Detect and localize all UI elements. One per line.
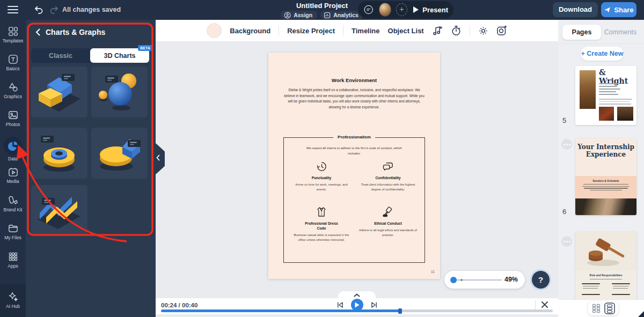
page-6-thumbnail[interactable]: Your Internship Experience Duration & Sc… [575, 138, 636, 215]
3d-donut-chart-thumbnail[interactable] [31, 128, 87, 179]
playback-progress-handle[interactable] [398, 308, 402, 314]
gavel-photo [575, 232, 636, 270]
professionalism-box: Professionalism We expect all interns to… [283, 137, 425, 263]
sidebar-item-data[interactable]: Data [0, 137, 26, 161]
resize-project-button[interactable]: Resize Project [287, 27, 335, 35]
sidebar-item-ai-hub[interactable]: AI Hub [0, 291, 26, 309]
page-7-thumbnail[interactable]: Role and Responsibilities [575, 232, 636, 299]
avatar[interactable] [379, 3, 391, 17]
download-button[interactable]: Download [553, 2, 598, 17]
page-number: 11 [431, 270, 435, 274]
folder-icon [8, 223, 19, 234]
sidebar-item-templates[interactable]: Templates [0, 26, 26, 43]
zoom-value: 49% [504, 276, 518, 283]
gavel-icon [382, 205, 394, 218]
beta-badge: BETA [138, 45, 152, 51]
main-sidebar: Templates Basics Graphics Photos Data Me… [0, 20, 26, 317]
page-5-thumbnail[interactable]: & Wright [575, 66, 636, 125]
thumbnail-view-bar [558, 299, 644, 317]
chart-type-tabs: Classic 3D Charts BETA [31, 48, 149, 63]
charts-graphs-panel: Charts & Graphs Classic 3D Charts BETA [26, 20, 156, 317]
playback-progress-remaining[interactable] [402, 309, 553, 312]
settings-gear-icon[interactable] [478, 26, 488, 36]
tab-classic[interactable]: Classic [31, 48, 90, 63]
page-7-more-icon[interactable] [561, 236, 572, 247]
page-6-title: Your Internship Experience [575, 143, 636, 159]
assign-button[interactable]: Assign [281, 11, 317, 19]
timeline-button[interactable]: Timeline [352, 27, 380, 35]
3d-area-chart-thumbnail[interactable] [31, 67, 87, 117]
sidebar-item-photos[interactable]: Photos [0, 109, 26, 127]
courtroom-photo [580, 70, 596, 109]
document-page[interactable]: Work Environment Stellar & Wright prides… [268, 53, 440, 279]
present-button[interactable]: Present [413, 6, 448, 14]
analytics-button[interactable]: Analytics [320, 11, 363, 19]
tab-3d-charts[interactable]: 3D Charts BETA [90, 48, 149, 63]
playback-progress-filled[interactable] [161, 309, 400, 312]
tab-comments[interactable]: Comments [601, 25, 640, 40]
apps-grid-icon [8, 251, 19, 262]
basics-icon [8, 54, 19, 65]
analytics-icon [324, 12, 331, 19]
punctuality-item: Punctuality Arrive on time for work, mee… [288, 160, 355, 192]
sidebar-item-graphics[interactable]: Graphics [0, 82, 26, 99]
collapse-chevron-icon[interactable] [156, 154, 160, 161]
3d-line-chart-thumbnail[interactable] [31, 185, 87, 236]
templates-icon [8, 26, 19, 37]
add-member-icon[interactable]: + [396, 3, 408, 16]
skip-back-icon[interactable] [336, 301, 344, 309]
pie-chart-icon [8, 141, 18, 151]
page-7-title: Role and Responsibilities [575, 274, 636, 277]
zoom-control: 49% [444, 271, 525, 289]
clock-icon [316, 160, 328, 173]
resize-corner [638, 311, 644, 317]
share-button[interactable]: Share [601, 2, 636, 17]
play-icon [413, 6, 419, 13]
undo-icon[interactable] [33, 5, 43, 15]
sidebar-item-apps[interactable]: Apps [0, 251, 26, 269]
sidebar-item-my-files[interactable]: My Files [0, 223, 26, 240]
page-6-number: 6 [562, 208, 566, 216]
background-color-swatch[interactable] [207, 23, 222, 38]
sidebar-item-media[interactable]: Media [0, 166, 26, 184]
ethical-conduct-item: Ethical Conduct Adhere to all legal ethi… [355, 205, 421, 238]
grid-view-icon[interactable] [591, 304, 601, 313]
dress-code-item: Professional Dress Code Business casual … [288, 205, 355, 242]
3d-bubble-chart-thumbnail[interactable] [91, 67, 148, 117]
zoom-slider-handle[interactable] [450, 277, 457, 283]
preview-icon[interactable] [496, 25, 507, 36]
right-panel-tabs: Pages Comments [562, 25, 640, 40]
handshake-photo [575, 198, 636, 215]
professionalism-title: Professionalism [333, 135, 375, 139]
sidebar-item-basics[interactable]: Basics [0, 54, 26, 71]
share-icon [604, 6, 611, 13]
comments-icon[interactable] [363, 4, 374, 16]
chevron-up-icon [354, 293, 360, 297]
list-view-icon[interactable] [604, 303, 615, 314]
brand-kit-icon [8, 195, 19, 206]
help-button[interactable]: ? [532, 271, 550, 289]
chair-photo [617, 107, 633, 121]
timer-icon[interactable] [451, 25, 462, 36]
panel-back-button[interactable]: Charts & Graphs [35, 28, 105, 36]
menu-icon[interactable] [8, 6, 18, 13]
active-item-highlight [4, 137, 22, 155]
object-list-button[interactable]: Object List [388, 27, 424, 35]
page-5-number: 5 [562, 116, 566, 124]
sidebar-item-brand-kit[interactable]: Brand Kit [0, 195, 26, 212]
skip-forward-icon[interactable] [370, 301, 378, 309]
graphics-icon [8, 82, 19, 93]
redo-icon[interactable] [49, 5, 60, 15]
tab-pages[interactable]: Pages [562, 25, 601, 40]
save-status: All changes saved [62, 6, 121, 13]
work-environment-body: Stellar & Wright prides itself on a coll… [283, 87, 426, 110]
player-expand-tab[interactable] [338, 291, 376, 299]
background-button[interactable]: Background [230, 27, 270, 35]
close-player-icon[interactable] [541, 301, 548, 308]
page-6-more-icon[interactable] [561, 139, 572, 150]
3d-pie-chart-thumbnail[interactable] [91, 128, 148, 179]
create-new-button[interactable]: + Create New [581, 47, 624, 61]
project-title[interactable]: Untitled Project [281, 2, 363, 10]
play-icon [355, 302, 360, 308]
add-music-icon[interactable] [432, 25, 443, 36]
